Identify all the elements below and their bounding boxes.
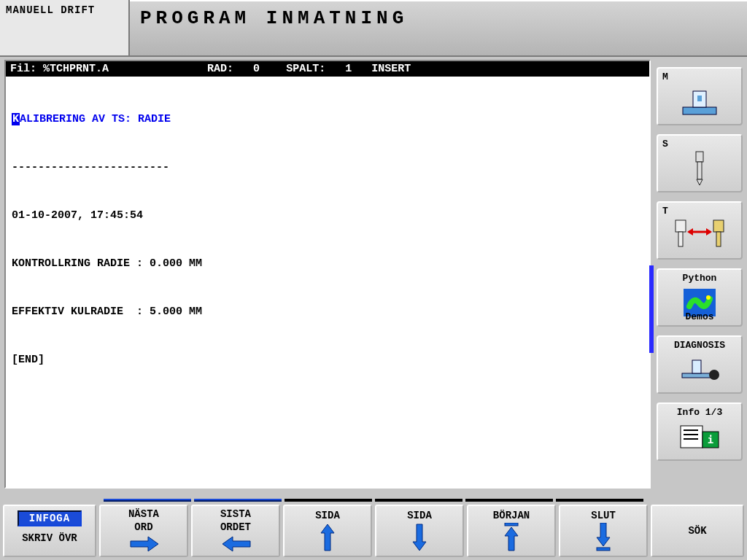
svg-marker-30 [597, 523, 610, 546]
softkey-label: BÖRJAN [493, 510, 530, 521]
svg-rect-0 [683, 107, 716, 114]
softkey-label: T [662, 206, 668, 217]
softkey-label: ORDET [220, 521, 251, 533]
softkey-python[interactable]: Python Demos [657, 268, 743, 327]
editor-pane: Fil: %TCHPRNT.A RAD: 0 SPALT: 1 INSERT K… [4, 60, 651, 489]
diagnosis-icon [658, 351, 741, 388]
program-line: KONTROLLRING RADIE : 0.000 MM [12, 256, 643, 272]
svg-rect-16 [692, 360, 701, 373]
end-line: [END] [12, 352, 643, 368]
softkey-label: Info 1/3 [658, 407, 741, 418]
svg-rect-2 [697, 96, 702, 101]
file-label: Fil: [10, 63, 36, 75]
arrow-up-stop-icon [503, 523, 519, 552]
softkey-label: SLUT [591, 510, 616, 521]
svg-marker-29 [505, 527, 518, 551]
svg-marker-26 [321, 524, 334, 551]
arrow-right-icon [128, 534, 160, 553]
softkey-m[interactable]: M [657, 67, 743, 125]
softkey-label: M [662, 71, 668, 82]
machine-icon [658, 83, 741, 120]
softkey-insert-mode[interactable]: INFOGA SKRIV ÖVR [3, 505, 96, 557]
scrollbar-thumb[interactable] [649, 265, 654, 353]
spalt-value: 1 [345, 63, 352, 75]
svg-point-17 [709, 370, 719, 380]
mode-tab[interactable]: MANUELL DRIFT [0, 0, 130, 55]
info-icon: i [658, 419, 741, 455]
softkey-label: SÖK [688, 525, 706, 537]
softkey-page-up[interactable]: SIDA [283, 505, 372, 557]
svg-rect-6 [676, 220, 686, 232]
softkey-label: ORD [134, 521, 152, 533]
svg-text:i: i [708, 434, 713, 446]
softkey-label: Demos [658, 311, 741, 322]
svg-marker-5 [697, 179, 703, 185]
svg-rect-31 [597, 548, 610, 551]
svg-marker-24 [131, 537, 158, 551]
spalt-label: SPALT: [286, 63, 325, 75]
softkey-label: NÄSTA [128, 508, 159, 520]
softkey-end[interactable]: SLUT [559, 505, 648, 557]
arrow-down-stop-icon [595, 523, 611, 552]
softkey-info[interactable]: Info 1/3 i [657, 402, 743, 461]
svg-rect-8 [713, 220, 724, 232]
page-title: PROGRAM INMATNING [130, 0, 747, 55]
svg-rect-28 [505, 523, 518, 526]
infoga-indicator: INFOGA [18, 510, 82, 526]
softkey-label: SKRIV ÖVR [22, 532, 77, 544]
softkey-label: S [662, 139, 668, 149]
tool-change-icon [658, 217, 741, 254]
svg-rect-4 [697, 162, 702, 179]
svg-rect-9 [716, 232, 721, 246]
arrow-left-icon [220, 534, 252, 553]
svg-point-14 [706, 295, 711, 300]
insert-mode: INSERT [371, 63, 411, 75]
program-line: EFFEKTIV KULRADIE : 5.000 MM [12, 304, 643, 320]
timestamp-line: 01-10-2007, 17:45:54 [12, 208, 643, 224]
cursor-char: K [12, 113, 20, 125]
softkey-page-indicator [102, 499, 645, 503]
editor-body[interactable]: KALIBRERING AV TS: RADIE ---------------… [6, 77, 649, 403]
softkey-page-down[interactable]: SIDA [375, 505, 464, 557]
svg-rect-18 [681, 426, 703, 448]
svg-rect-7 [678, 232, 683, 246]
svg-marker-12 [706, 228, 712, 236]
softkey-s[interactable]: S [657, 134, 743, 192]
softkey-label: SIDA [407, 510, 432, 521]
rad-value: 0 [253, 63, 260, 75]
divider-line: ------------------------ [12, 160, 643, 176]
file-name: %TCHPRNT.A [43, 63, 109, 75]
softkey-label: SIDA [315, 510, 340, 521]
softkey-label: DIAGNOSIS [658, 340, 741, 351]
softkey-last-word[interactable]: SISTA ORDET [191, 505, 280, 557]
softkey-next-word[interactable]: NÄSTA ORD [99, 505, 188, 557]
softkey-diagnosis[interactable]: DIAGNOSIS [657, 335, 743, 394]
active-line: ALIBRERING AV TS: RADIE [20, 113, 171, 125]
softkey-search[interactable]: SÖK [651, 505, 744, 557]
svg-rect-3 [696, 152, 703, 162]
arrow-up-icon [320, 523, 336, 552]
spindle-icon [658, 150, 741, 187]
svg-marker-11 [687, 228, 693, 236]
arrow-down-icon [411, 523, 427, 552]
softkey-label: SISTA [220, 508, 251, 520]
rad-label: RAD: [207, 63, 233, 75]
svg-rect-15 [682, 373, 711, 378]
status-bar: Fil: %TCHPRNT.A RAD: 0 SPALT: 1 INSERT [6, 61, 649, 77]
softkey-beginning[interactable]: BÖRJAN [467, 505, 556, 557]
svg-marker-27 [413, 524, 426, 551]
svg-marker-25 [222, 537, 250, 551]
softkey-t[interactable]: T [657, 201, 743, 260]
softkey-label: Python [658, 273, 741, 284]
